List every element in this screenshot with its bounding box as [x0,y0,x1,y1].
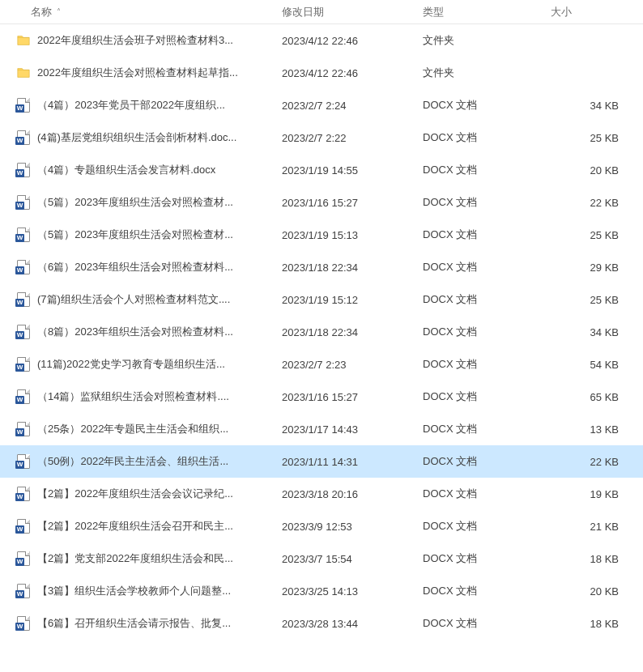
rows-container: 2022年度组织生活会班子对照检查材料3...2023/4/12 22:46文件… [0,24,643,640]
word-icon: W [17,389,30,404]
cell-size: 19 KB [551,488,643,500]
cell-name[interactable]: 2022年度组织生活会班子对照检查材料3... [0,33,282,48]
word-document-icon: W [16,195,31,210]
cell-date: 2023/1/17 14:43 [282,423,423,436]
word-badge: W [15,364,24,372]
file-row[interactable]: W（50例）2022年民主生活会、组织生活...2023/1/11 14:31D… [0,445,643,478]
word-badge: W [15,396,24,404]
file-name: （25条）2022年专题民主生活会和组织... [37,422,228,436]
word-icon: W [17,616,30,631]
cell-date: 2023/3/25 14:13 [282,585,423,598]
cell-date: 2023/1/18 22:34 [282,262,423,274]
file-row[interactable]: 2022年度组织生活会对照检查材料起草指...2023/4/12 22:46文件… [0,57,643,89]
cell-type: 文件夹 [423,33,551,48]
file-row[interactable]: W（5篇）2023年度组织生活会对照检查材...2023/1/16 15:27D… [0,186,643,219]
cell-name[interactable]: W（5篇）2023年度组织生活会对照检查材... [0,195,282,210]
file-name: （14篇）监狱组织生活会对照检查材料.... [37,389,229,404]
file-row[interactable]: W【6篇】召开组织生活会请示报告、批复...2023/3/28 13:44DOC… [0,607,643,640]
file-row[interactable]: W（4篇）专题组织生活会发言材料.docx2023/1/19 14:55DOCX… [0,154,643,186]
word-badge: W [15,428,24,436]
cell-name[interactable]: W(11篇)2022党史学习教育专题组织生活... [0,357,282,372]
cell-type: DOCX 文档 [423,551,551,566]
cell-date: 2023/4/12 22:46 [282,35,423,47]
file-row[interactable]: W（5篇）2023年度组织生活会对照检查材...2023/1/19 15:13D… [0,219,643,251]
file-row[interactable]: W（25条）2022年专题民主生活会和组织...2023/1/17 14:43D… [0,413,643,445]
cell-type: DOCX 文档 [423,163,551,177]
file-name: 【6篇】召开组织生活会请示报告、批复... [37,616,231,631]
cell-name[interactable]: W（4篇）专题组织生活会发言材料.docx [0,163,282,177]
word-badge: W [15,623,24,631]
word-document-icon: W [16,584,31,598]
word-badge: W [15,266,24,274]
cell-name[interactable]: W（4篇）2023年党员干部2022年度组织... [0,98,282,113]
file-name: （50例）2022年民主生活会、组织生活... [37,454,228,469]
file-list: 名称 ˄ 修改日期 类型 大小 2022年度组织生活会班子对照检查材料3...2… [0,0,643,640]
cell-name[interactable]: W（14篇）监狱组织生活会对照检查材料.... [0,389,282,404]
cell-size: 20 KB [551,585,643,598]
cell-size: 21 KB [551,521,643,533]
cell-type: DOCX 文档 [423,422,551,436]
file-row[interactable]: W（4篇）2023年党员干部2022年度组织...2023/2/7 2:24DO… [0,89,643,121]
word-badge: W [15,104,24,113]
column-header-date[interactable]: 修改日期 [282,0,423,23]
file-row[interactable]: W【2篇】2022年度组织生活会会议记录纪...2023/3/18 20:16D… [0,478,643,510]
cell-type: DOCX 文档 [423,616,551,631]
file-row[interactable]: W（8篇）2023年组织生活会对照检查材料...2023/1/18 22:34D… [0,316,643,348]
folder-icon [16,33,31,48]
file-name: 【2篇】2022年度组织生活会召开和民主... [37,519,233,534]
column-header-size[interactable]: 大小 [551,0,643,23]
file-row[interactable]: W(7篇)组织生活会个人对照检查材料范文....2023/1/19 15:12D… [0,283,643,316]
word-icon: W [17,130,30,145]
cell-size: 29 KB [551,262,643,274]
column-header-row: 名称 ˄ 修改日期 类型 大小 [0,0,643,24]
cell-name[interactable]: W（50例）2022年民主生活会、组织生活... [0,454,282,469]
word-document-icon: W [16,357,31,372]
cell-date: 2023/4/12 22:46 [282,67,423,79]
cell-name[interactable]: W【6篇】召开组织生活会请示报告、批复... [0,616,282,631]
word-badge: W [15,234,24,242]
word-document-icon: W [16,616,31,631]
cell-name[interactable]: W【3篇】组织生活会学校教师个人问题整... [0,584,282,598]
cell-name[interactable]: 2022年度组织生活会对照检查材料起草指... [0,66,282,80]
cell-name[interactable]: W（6篇）2023年组织生活会对照检查材料... [0,260,282,274]
cell-name[interactable]: W（25条）2022年专题民主生活会和组织... [0,422,282,436]
file-row[interactable]: W【3篇】组织生活会学校教师个人问题整...2023/3/25 14:13DOC… [0,575,643,607]
cell-name[interactable]: W【2篇】2022年度组织生活会召开和民主... [0,519,282,534]
cell-size: 22 KB [551,197,643,209]
cell-name[interactable]: W（8篇）2023年组织生活会对照检查材料... [0,325,282,339]
word-document-icon: W [16,487,31,501]
word-document-icon: W [16,130,31,145]
column-header-name[interactable]: 名称 ˄ [0,0,282,23]
cell-type: DOCX 文档 [423,519,551,534]
word-badge: W [15,493,24,501]
cell-name[interactable]: W(4篇)基层党组织组织生活会剖析材料.doc... [0,130,282,145]
cell-date: 2023/1/11 14:31 [282,456,423,468]
cell-type: DOCX 文档 [423,130,551,145]
file-name: （8篇）2023年组织生活会对照检查材料... [37,325,233,339]
file-row[interactable]: W【2篇】2022年度组织生活会召开和民主...2023/3/9 12:53DO… [0,510,643,542]
cell-date: 2023/3/9 12:53 [282,521,423,533]
cell-type: DOCX 文档 [423,292,551,307]
cell-name[interactable]: W（5篇）2023年度组织生活会对照检查材... [0,228,282,242]
file-row[interactable]: W(11篇)2022党史学习教育专题组织生活...2023/2/7 2:23DO… [0,348,643,381]
word-icon: W [17,487,30,501]
cell-name[interactable]: W(7篇)组织生活会个人对照检查材料范文.... [0,292,282,307]
word-icon: W [17,519,30,534]
file-name: 2022年度组织生活会班子对照检查材料3... [37,33,233,48]
cell-date: 2023/3/28 13:44 [282,618,423,630]
cell-type: DOCX 文档 [423,228,551,242]
column-header-type[interactable]: 类型 [423,0,551,23]
cell-size: 18 KB [551,553,643,565]
file-row[interactable]: W（14篇）监狱组织生活会对照检查材料....2023/1/16 15:27DO… [0,381,643,413]
file-row[interactable]: W【2篇】党支部2022年度组织生活会和民...2023/3/7 15:54DO… [0,542,643,575]
word-document-icon: W [16,163,31,177]
file-row[interactable]: 2022年度组织生活会班子对照检查材料3...2023/4/12 22:46文件… [0,24,643,57]
file-row[interactable]: W(4篇)基层党组织组织生活会剖析材料.doc...2023/2/7 2:22D… [0,121,643,154]
word-badge: W [15,299,24,307]
file-row[interactable]: W（6篇）2023年组织生活会对照检查材料...2023/1/18 22:34D… [0,251,643,283]
folder-icon [16,66,31,80]
cell-size: 34 KB [551,326,643,338]
cell-name[interactable]: W【2篇】党支部2022年度组织生活会和民... [0,551,282,566]
cell-name[interactable]: W【2篇】2022年度组织生活会会议记录纪... [0,487,282,501]
cell-size: 34 KB [551,100,643,112]
